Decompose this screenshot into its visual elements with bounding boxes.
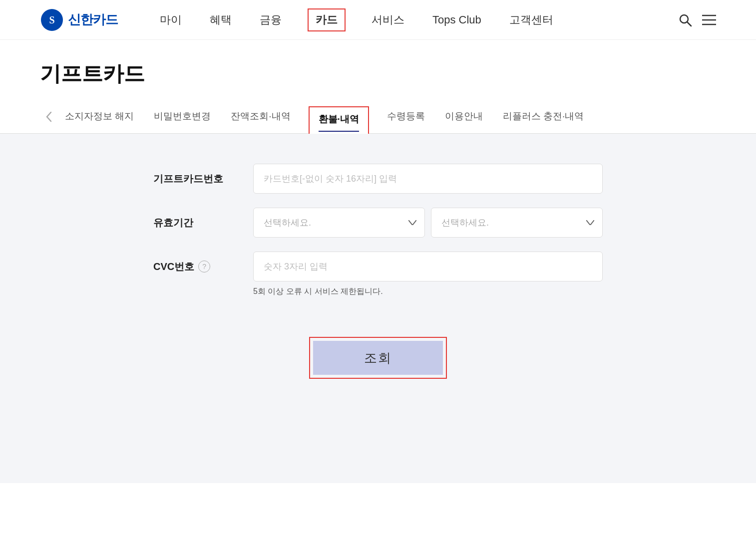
- validity-selects: 선택하세요. 선택하세요.: [253, 208, 603, 238]
- hamburger-menu-button[interactable]: [702, 14, 716, 25]
- cvc-label: CVC번호: [153, 260, 194, 273]
- card-number-row: 기프트카드번호: [153, 164, 603, 194]
- nav-item-card[interactable]: 카드: [308, 8, 346, 31]
- main-nav: 마이 혜택 금융 카드 서비스 Tops Club 고객센터: [158, 8, 678, 31]
- main-content: 기프트카드번호 유효기간 선택하세요. 선택하세요. CVC번호 ?: [0, 134, 756, 483]
- nav-item-customer[interactable]: 고객센터: [507, 8, 555, 31]
- nav-item-finance[interactable]: 금융: [258, 8, 284, 31]
- nav-item-mai[interactable]: 마이: [158, 8, 184, 31]
- search-button-wrapper: 조회: [309, 337, 447, 379]
- logo-link[interactable]: S 신한카드: [40, 8, 118, 32]
- tab-scroll-left[interactable]: [40, 111, 58, 125]
- validity-label: 유효기간: [153, 216, 253, 230]
- nav-item-benefits[interactable]: 혜택: [208, 8, 234, 31]
- tab-owner-cancel[interactable]: 소지자정보 해지: [63, 103, 136, 133]
- svg-line-3: [687, 22, 691, 26]
- hamburger-icon: [702, 14, 716, 25]
- card-number-input[interactable]: [253, 164, 603, 194]
- validity-year-select[interactable]: 선택하세요.: [431, 208, 603, 238]
- cvc-row: CVC번호 ?: [153, 252, 603, 281]
- cvc-notice: 5회 이상 오류 시 서비스 제한됩니다.: [253, 286, 603, 297]
- tab-password-change[interactable]: 비밀번호변경: [152, 103, 213, 133]
- search-button-header[interactable]: [678, 13, 692, 27]
- site-header: S 신한카드 마이 혜택 금융 카드 서비스 Tops Club 고객센터: [0, 0, 756, 40]
- tab-navigation: 소지자정보 해지 비밀번호변경 잔액조회·내역 환불·내역 수령등록 이용안내 …: [0, 98, 756, 134]
- form-card: 기프트카드번호 유효기간 선택하세요. 선택하세요. CVC번호 ?: [153, 164, 603, 379]
- logo-text: 신한카드: [68, 11, 118, 28]
- validity-row: 유효기간 선택하세요. 선택하세요.: [153, 208, 603, 238]
- cvc-label-group: CVC번호 ?: [153, 260, 253, 273]
- page-title: 기프트카드: [40, 60, 716, 88]
- nav-item-tops-club[interactable]: Tops Club: [430, 9, 483, 30]
- validity-month-select[interactable]: 선택하세요.: [253, 208, 425, 238]
- tab-balance-history[interactable]: 잔액조회·내역: [229, 103, 292, 133]
- tab-replus-charge[interactable]: 리플러스 충전·내역: [501, 103, 586, 133]
- header-icons: [678, 13, 716, 27]
- cvc-help-icon[interactable]: ?: [198, 261, 210, 272]
- search-button[interactable]: 조회: [313, 341, 443, 375]
- svg-text:S: S: [49, 14, 54, 25]
- chevron-left-icon: [46, 111, 52, 122]
- search-icon: [678, 13, 692, 27]
- tab-list: 소지자정보 해지 비밀번호변경 잔액조회·내역 환불·내역 수령등록 이용안내 …: [63, 103, 586, 133]
- button-area: 조회: [153, 337, 603, 379]
- nav-item-service[interactable]: 서비스: [370, 8, 406, 31]
- card-number-label: 기프트카드번호: [153, 172, 253, 186]
- page-title-area: 기프트카드: [0, 40, 756, 98]
- tab-refund-history[interactable]: 환불·내역: [309, 106, 369, 134]
- tab-usage-guide[interactable]: 이용안내: [443, 103, 485, 133]
- tab-receipt-register[interactable]: 수령등록: [385, 103, 427, 133]
- shinhan-logo-icon: S: [40, 8, 64, 32]
- cvc-input[interactable]: [253, 252, 603, 281]
